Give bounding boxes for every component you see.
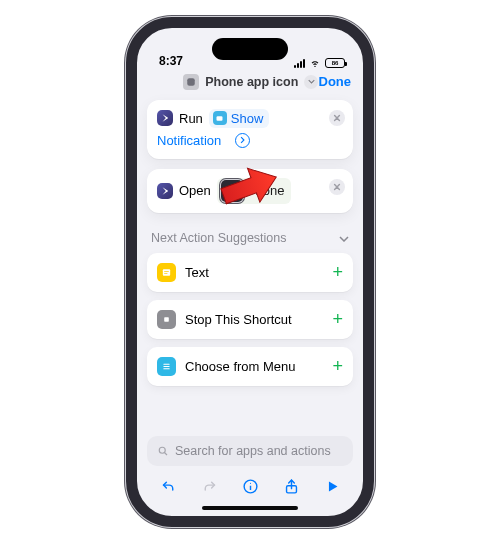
add-icon[interactable]: + (332, 309, 343, 330)
redo-button (198, 476, 220, 498)
svg-rect-2 (163, 269, 170, 275)
action-run-card[interactable]: Run Show Notification (147, 100, 353, 159)
suggestions-header[interactable]: Next Action Suggestions (147, 223, 353, 253)
svg-rect-3 (164, 271, 169, 272)
svg-rect-6 (163, 363, 169, 364)
status-icons: 86 (294, 58, 345, 68)
chevron-down-icon[interactable] (304, 75, 318, 89)
shortcut-icon-icon (183, 74, 199, 90)
suggestion-label: Stop This Shortcut (185, 312, 292, 327)
show-token[interactable]: Show (209, 109, 270, 128)
header: Phone app icon Done (137, 70, 363, 100)
show-notification-icon (213, 111, 227, 125)
dynamic-island (212, 38, 288, 60)
search-icon (157, 445, 169, 457)
run-verb: Run (179, 111, 203, 126)
remove-action-icon[interactable] (329, 110, 345, 126)
show-token-text: Show (231, 111, 264, 126)
svg-point-9 (159, 447, 165, 453)
shortcuts-app-icon (157, 183, 173, 199)
search-input[interactable]: Search for apps and actions (147, 436, 353, 466)
suggestion-label: Text (185, 265, 209, 280)
phone-app-token[interactable]: Phone (217, 178, 292, 204)
phone-token-text: Phone (247, 183, 285, 198)
search-placeholder: Search for apps and actions (175, 444, 331, 458)
shortcuts-app-icon (157, 110, 173, 126)
chevron-down-icon (339, 232, 349, 244)
text-icon (157, 263, 176, 282)
suggestion-menu[interactable]: Choose from Menu + (147, 347, 353, 386)
battery-icon: 86 (325, 58, 345, 68)
suggestion-text[interactable]: Text + (147, 253, 353, 292)
iphone-frame: 8:37 86 Phone app icon (126, 17, 374, 527)
undo-button[interactable] (157, 476, 179, 498)
svg-rect-0 (187, 78, 195, 86)
home-indicator (202, 506, 298, 510)
svg-rect-7 (163, 366, 169, 367)
remove-action-icon[interactable] (329, 179, 345, 195)
notification-token-text: Notification (157, 133, 221, 148)
menu-icon (157, 357, 176, 376)
suggestions-title: Next Action Suggestions (151, 231, 287, 245)
shortcut-title-text: Phone app icon (205, 75, 298, 89)
add-icon[interactable]: + (332, 262, 343, 283)
svg-rect-5 (164, 317, 169, 322)
toolbar (147, 466, 353, 500)
suggestion-label: Choose from Menu (185, 359, 296, 374)
open-verb: Open (179, 183, 211, 198)
action-open-card[interactable]: Open Phone (147, 169, 353, 213)
play-button[interactable] (321, 476, 343, 498)
svg-rect-1 (217, 116, 223, 121)
info-button[interactable] (239, 476, 261, 498)
cellular-icon (294, 58, 305, 68)
bottom-area: Search for apps and actions (137, 436, 363, 516)
share-button[interactable] (280, 476, 302, 498)
svg-rect-4 (164, 272, 167, 273)
done-button[interactable]: Done (319, 74, 352, 89)
content: Run Show Notification (137, 100, 363, 386)
suggestion-stop[interactable]: Stop This Shortcut + (147, 300, 353, 339)
wifi-icon (309, 58, 321, 68)
battery-label: 86 (332, 60, 339, 66)
shortcut-title[interactable]: Phone app icon (183, 74, 318, 90)
notification-token[interactable]: Notification (157, 131, 227, 150)
svg-point-12 (249, 483, 250, 484)
add-icon[interactable]: + (332, 356, 343, 377)
status-time: 8:37 (159, 54, 183, 68)
svg-rect-8 (163, 368, 169, 369)
stop-icon (157, 310, 176, 329)
phone-app-icon (221, 180, 243, 202)
disclosure-icon[interactable] (235, 133, 250, 148)
